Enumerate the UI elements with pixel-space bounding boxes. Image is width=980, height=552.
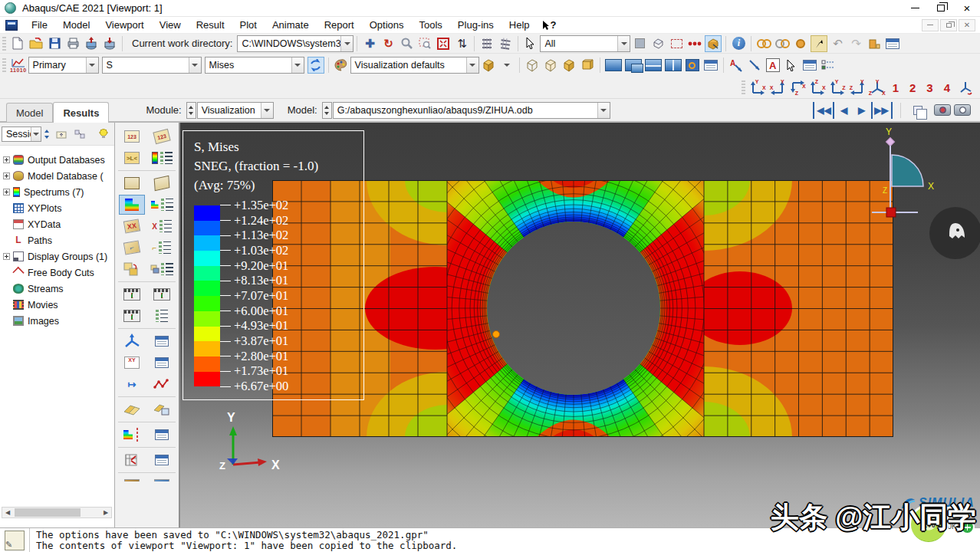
ply-options-button[interactable] (149, 425, 175, 445)
annotation-manager-icon[interactable] (801, 57, 818, 74)
tips-lightbulb-icon[interactable] (95, 127, 112, 142)
boolean-intersect-icon[interactable] (774, 35, 791, 52)
tree-item-display-groups[interactable]: Display Groups (1) (0, 248, 114, 264)
sync-frames-icon[interactable] (307, 57, 324, 74)
menu-file[interactable]: File (24, 17, 55, 33)
pan-view-icon[interactable]: ✚ (361, 35, 378, 52)
previous-frame-button[interactable]: ◀ (833, 102, 853, 119)
annotation-arrow-a-icon[interactable]: A (728, 57, 745, 74)
single-viewport-icon[interactable] (604, 57, 623, 74)
annotation-list-icon[interactable] (820, 57, 837, 74)
open-file-button[interactable] (28, 35, 44, 52)
menu-tools[interactable]: Tools (411, 17, 449, 33)
ticks-labels-alt-button[interactable]: 123 (149, 127, 175, 146)
tree-spinner[interactable] (41, 127, 51, 142)
tree-item-spectrums[interactable]: Spectrums (7) (0, 184, 114, 200)
plot-deformed-button[interactable] (149, 173, 175, 193)
boolean-solid-icon[interactable] (792, 35, 809, 52)
menu-plot[interactable]: Plot (232, 17, 265, 33)
user-view-2-button[interactable]: 2 (904, 81, 921, 94)
superimpose-button[interactable] (119, 259, 145, 279)
child-close-button[interactable]: ✕ (959, 19, 975, 31)
plot-undeformed-button[interactable] (119, 173, 145, 193)
menu-animate[interactable]: Animate (265, 17, 317, 33)
save-session-as-icon[interactable] (101, 35, 118, 52)
redo-icon[interactable]: ↷ (847, 35, 864, 52)
object-select-icon[interactable] (705, 35, 722, 52)
work-directory-combo[interactable]: C:\WINDOWS\system32 (237, 35, 354, 52)
tick-mark-button[interactable] (119, 450, 145, 470)
save-button[interactable] (46, 35, 63, 52)
extra-tool-2-button[interactable] (149, 475, 175, 481)
scroll-right-icon[interactable]: ▶ (100, 509, 111, 516)
xy-curve-button[interactable] (149, 374, 175, 394)
plot-contour-button[interactable] (119, 195, 145, 215)
expander-icon[interactable] (3, 172, 10, 179)
tree-item-streams[interactable]: Streams (0, 281, 114, 297)
spectrum-button[interactable]: >L< (119, 148, 145, 168)
copy-viewport-icon[interactable] (909, 102, 926, 119)
view-left-icon[interactable]: YZ (829, 79, 846, 96)
orientation-options-button[interactable]: ⌐ (149, 238, 175, 258)
view-right-icon[interactable]: ZY (849, 79, 866, 96)
animate-time-button[interactable] (119, 284, 145, 304)
color-mappings-combo[interactable]: Visualization defaults (350, 57, 479, 74)
xy-options-button[interactable] (149, 353, 175, 373)
superimpose-options-button[interactable] (149, 259, 175, 279)
first-frame-button[interactable]: ◀◀ (813, 102, 833, 119)
magnify-view-icon[interactable] (398, 35, 415, 52)
tree-item-output-databases[interactable]: Output Databases (0, 152, 114, 168)
record-movie-icon[interactable] (933, 102, 952, 119)
field-variable-combo[interactable]: S (102, 57, 202, 74)
xy-data-button[interactable]: XY (119, 353, 145, 373)
tree-link-icon[interactable] (71, 127, 88, 142)
extra-tool-button[interactable] (119, 475, 145, 481)
menu-viewport[interactable]: Viewport (97, 17, 151, 33)
linked-viewports-icon[interactable] (684, 57, 701, 74)
select-cursor-icon[interactable] (522, 35, 539, 52)
render-shell-thickness-icon[interactable] (497, 35, 514, 52)
color-cube-dropdown-icon[interactable] (498, 57, 515, 74)
ticks-labels-button[interactable]: 123 (119, 127, 145, 146)
tab-results[interactable]: Results (53, 102, 109, 123)
free-body-options-button[interactable] (149, 331, 175, 351)
invariant-combo[interactable]: Mises (205, 57, 304, 74)
path-button[interactable]: ↦ (119, 374, 145, 394)
next-frame-button[interactable]: ▶ (853, 102, 873, 119)
menu-model[interactable]: Model (55, 17, 97, 33)
free-body-button[interactable] (119, 331, 145, 351)
model-spinner[interactable] (322, 102, 332, 119)
cascade-viewports-icon[interactable] (624, 57, 643, 74)
drag-select-icon[interactable] (668, 35, 685, 52)
view-bottom-icon[interactable]: ZX (809, 79, 826, 96)
tree-item-free-body-cuts[interactable]: Free Body Cuts (0, 264, 114, 281)
tree-horizontal-scrollbar[interactable]: ◀ ▶ (2, 507, 112, 518)
menu-result[interactable]: Result (189, 17, 232, 33)
restore-button[interactable] (928, 0, 954, 16)
tree-item-paths[interactable]: LPaths (0, 232, 114, 248)
expander-icon[interactable] (3, 156, 10, 163)
model-combo[interactable]: G:/abaquszonghexunliao/abaqus9/ZIHUA.odb (333, 102, 610, 119)
module-combo[interactable]: Visualization (197, 102, 274, 119)
toolbar-grip[interactable] (2, 37, 6, 51)
view-iso-icon[interactable]: YZX (869, 79, 886, 96)
rotate-view-icon[interactable]: ↻ (380, 35, 396, 52)
tree-collapse-icon[interactable] (53, 127, 70, 142)
viewport-canvas[interactable]: S, Mises SNEG, (fraction = -1.0) (Avg: 7… (180, 123, 980, 527)
color-cube-icon[interactable] (480, 57, 497, 74)
module-spinner[interactable] (186, 102, 196, 119)
animation-options-button[interactable] (149, 306, 175, 326)
child-minimize-button[interactable] (922, 19, 939, 31)
menu-options[interactable]: Options (362, 17, 412, 33)
scrollbar-thumb[interactable] (15, 508, 81, 517)
expander-icon[interactable] (3, 253, 10, 260)
render-filled-icon[interactable] (579, 57, 596, 74)
annotation-text-icon[interactable]: A (765, 57, 781, 74)
auto-fit-icon[interactable] (435, 35, 452, 52)
boolean-union-icon[interactable] (755, 35, 772, 52)
view-top-icon[interactable]: ZX (789, 79, 806, 96)
box-zoom-icon[interactable] (416, 35, 433, 52)
specify-view-icon[interactable] (957, 79, 974, 96)
tree-item-xyplots[interactable]: XYPlots (0, 200, 114, 216)
render-wireframe-icon[interactable] (524, 57, 541, 74)
